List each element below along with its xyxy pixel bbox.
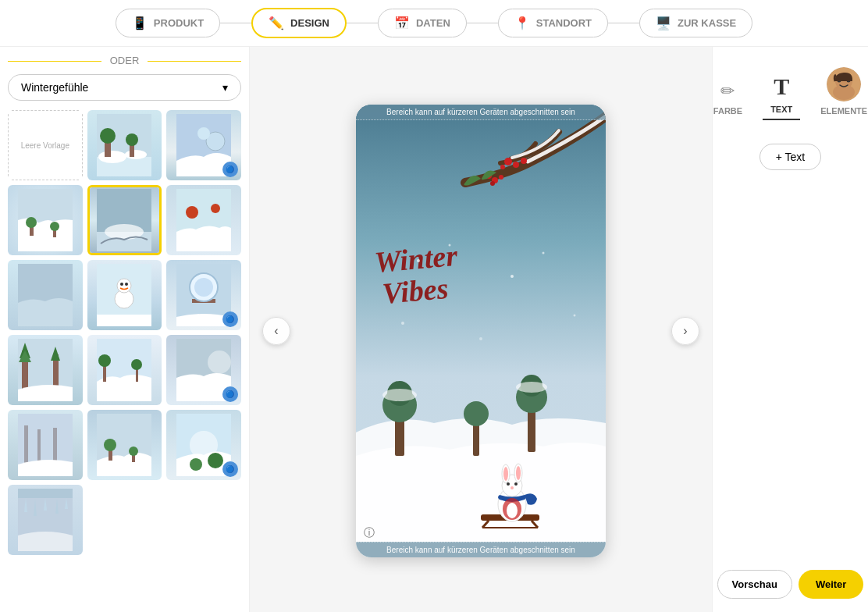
- standort-label: STANDORT: [536, 17, 592, 29]
- template-item-7[interactable]: [87, 335, 162, 405]
- svg-point-52: [104, 439, 116, 451]
- top-navigation: 📱 PRODUKT ✏️ DESIGN 📅 DATEN 📍 STANDORT 🖥…: [0, 0, 868, 47]
- svg-point-13: [26, 217, 37, 228]
- svg-rect-28: [97, 315, 151, 326]
- svg-point-45: [208, 350, 231, 374]
- badge-globe: 🔵: [222, 311, 238, 327]
- nav-connector-1: [220, 23, 251, 23]
- svg-point-96: [516, 466, 521, 480]
- svg-point-72: [499, 175, 503, 180]
- svg-point-32: [194, 278, 213, 297]
- svg-point-67: [504, 158, 512, 165]
- svg-point-15: [50, 222, 59, 231]
- template-item-11[interactable]: 🔵: [166, 410, 241, 480]
- template-item-9[interactable]: [8, 410, 83, 480]
- nav-step-kasse[interactable]: 🖥️ ZUR KASSE: [639, 9, 752, 37]
- svg-point-97: [507, 482, 510, 486]
- svg-point-85: [382, 389, 417, 401]
- farbe-label: FARBE: [713, 106, 742, 116]
- svg-point-106: [401, 322, 404, 325]
- produkt-icon: 📱: [132, 16, 148, 30]
- template-item-selected[interactable]: [87, 185, 162, 255]
- category-dropdown[interactable]: Wintergefühle ▾: [8, 74, 241, 101]
- svg-point-26: [120, 283, 123, 286]
- svg-point-84: [464, 401, 489, 426]
- svg-point-99: [510, 486, 514, 489]
- template-item-globe[interactable]: 🔵: [166, 260, 241, 330]
- svg-point-10: [197, 127, 210, 140]
- canvas-bottom-banner: Bereich kann auf kürzeren Geräten abgesc…: [356, 542, 606, 557]
- template-item-birds[interactable]: [166, 185, 241, 255]
- template-item-10[interactable]: [87, 410, 162, 480]
- template-item-3[interactable]: [8, 185, 83, 255]
- tools-bar: ✏ FARBE T TEXT: [706, 62, 868, 120]
- tool-text[interactable]: T TEXT: [763, 69, 800, 120]
- preview-button[interactable]: Vorschau: [717, 570, 792, 599]
- svg-point-86: [516, 382, 547, 393]
- svg-point-108: [479, 337, 482, 340]
- template-item-8[interactable]: 🔵: [166, 335, 241, 405]
- template-item-empty[interactable]: Leere Vorlage: [8, 110, 83, 180]
- kasse-icon: 🖥️: [656, 16, 671, 30]
- nav-step-standort[interactable]: 📍 STANDORT: [498, 9, 608, 37]
- template-item-1[interactable]: [87, 110, 162, 180]
- svg-point-70: [500, 165, 505, 169]
- svg-point-94: [503, 467, 508, 481]
- svg-rect-60: [18, 489, 73, 498]
- svg-point-98: [514, 482, 518, 486]
- tool-farbe[interactable]: ✏ FARBE: [706, 76, 750, 120]
- canvas-area: ‹ Bereich kann auf kürzeren Geräten abge…: [250, 47, 712, 612]
- template-item-6[interactable]: [8, 335, 83, 405]
- svg-point-54: [129, 447, 138, 456]
- svg-point-3: [125, 150, 147, 159]
- nav-step-produkt[interactable]: 📱 PRODUKT: [116, 9, 220, 37]
- badge-2: 🔵: [222, 162, 238, 177]
- svg-point-27: [125, 283, 128, 286]
- svg-point-2: [98, 151, 126, 163]
- svg-point-69: [521, 158, 527, 164]
- template-item-5[interactable]: [8, 260, 83, 330]
- produkt-label: PRODUKT: [154, 17, 204, 29]
- canvas-next-button[interactable]: ›: [671, 317, 699, 345]
- info-icon[interactable]: ⓘ: [364, 526, 375, 540]
- right-panel: ✏ FARBE T TEXT: [712, 47, 868, 612]
- nav-step-design[interactable]: ✏️ DESIGN: [251, 8, 347, 38]
- svg-point-68: [513, 162, 519, 168]
- svg-point-105: [542, 251, 545, 254]
- svg-point-102: [417, 259, 420, 262]
- badge-11: 🔵: [222, 461, 238, 477]
- kasse-label: ZUR KASSE: [678, 17, 736, 29]
- svg-point-25: [117, 279, 131, 293]
- add-text-button[interactable]: + Text: [760, 144, 822, 170]
- svg-point-104: [510, 275, 514, 278]
- phone-canvas: Bereich kann auf kürzeren Geräten abgesc…: [356, 105, 606, 557]
- nav-connector-2: [347, 23, 378, 23]
- left-sidebar: ODER Wintergefühle ▾ Leere Vorlage: [0, 47, 250, 612]
- nav-step-daten[interactable]: 📅 DATEN: [378, 9, 467, 37]
- elemente-label: ELEMENTE: [820, 106, 867, 116]
- main-layout: ODER Wintergefühle ▾ Leere Vorlage: [0, 47, 868, 612]
- svg-point-74: [490, 181, 495, 186]
- svg-point-43: [131, 359, 142, 370]
- template-item-2[interactable]: 🔵: [166, 110, 241, 180]
- template-item-icicles[interactable]: [8, 485, 83, 555]
- svg-point-58: [208, 453, 223, 468]
- svg-point-57: [190, 458, 202, 471]
- empty-template-label: Leere Vorlage: [8, 110, 83, 180]
- svg-point-41: [98, 354, 111, 367]
- svg-point-101: [507, 503, 518, 518]
- svg-point-5: [100, 128, 116, 144]
- dropdown-label: Wintergefühle: [21, 81, 88, 94]
- standort-icon: 📍: [514, 16, 530, 30]
- daten-icon: 📅: [394, 16, 410, 30]
- canvas-prev-button[interactable]: ‹: [262, 317, 290, 345]
- weiter-button[interactable]: Weiter: [799, 570, 864, 599]
- design-label: DESIGN: [290, 17, 329, 29]
- badge-8: 🔵: [222, 386, 238, 402]
- user-avatar: [827, 67, 861, 101]
- template-item-snowman[interactable]: [87, 260, 162, 330]
- design-icon: ✏️: [269, 16, 284, 30]
- tool-elemente[interactable]: ELEMENTE: [813, 62, 868, 120]
- svg-point-21: [211, 204, 220, 213]
- nav-connector-3: [467, 23, 498, 23]
